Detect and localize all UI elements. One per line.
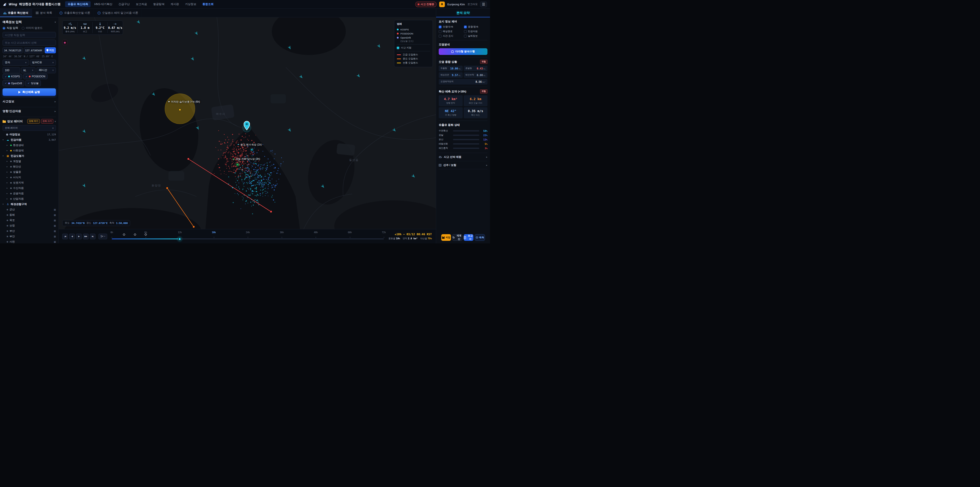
nav-item-2[interactable]: 긴급구난 [116,1,132,7]
fast-forward-button[interactable]: ▶▶ [83,234,89,239]
playback-speed-select[interactable]: 1×▾ [99,234,107,239]
duration-select[interactable]: 48시간▾ [37,67,56,73]
nav-item-7[interactable]: 통합조회 [200,1,216,7]
deployment-marker-2[interactable] [145,233,147,236]
nav-item-5[interactable]: 게시판 [168,1,181,7]
save-button[interactable]: 저장 [441,234,451,241]
particle-OpenDrift [259,184,260,184]
run-prediction-button[interactable]: 확산예측 실행 [3,88,56,96]
particle-OpenDrift [256,179,257,179]
recalc-button[interactable]: ↻재계산 [452,234,463,241]
layer-item-3-3[interactable]: 보령▦ [3,223,56,228]
model-chip-0[interactable]: ✓KOSPS [3,74,22,79]
section-incident-info[interactable]: 사고정보▸ [3,97,56,105]
summary-header-tab[interactable]: 분석 요약 [436,9,490,18]
particle-KOSPS [251,176,252,177]
layer-group-3[interactable]: ▾⚓해경관할구역 [3,201,56,207]
incident-pin[interactable] [243,121,251,132]
layer-item-2-2[interactable]: ▸생물종 [3,169,56,175]
display-check-5[interactable]: 날씨정보 [464,35,488,38]
layer-item-3-4[interactable]: 부산▦ [3,228,56,234]
map-measure-tool-button[interactable]: ◉ [62,40,67,45]
nav-item-4[interactable]: 항공탐색 [151,1,167,7]
report-button[interactable]: 보고서 [464,234,473,241]
layer-item-2-0[interactable]: ▸계절별 [3,158,56,164]
deployment-marker-0[interactable] [123,233,125,236]
tab-2[interactable]: i유출유확산모델 이론 [56,9,94,17]
radio-direct-input[interactable]: 직접 입력 [3,26,18,30]
layer-item-2-4[interactable]: ▸보호지역 [3,180,56,185]
oilfence-endpoint[interactable] [166,187,168,189]
skip-end-button[interactable]: ▶| [90,234,95,239]
oil-type-select[interactable]: 벙커C유▾ [30,59,56,65]
logout-link[interactable]: 로그아웃 [467,3,477,6]
predict-panel-header[interactable]: 예측정보 입력 ▾ [3,19,56,26]
layer-item-3-6[interactable]: 사천▦ [3,239,56,243]
polygon-analysis-button[interactable]: 다각형 분석수행 [439,48,487,55]
layer-item-2-7[interactable]: ▸산업자원 [3,196,56,201]
layer-item-3-1[interactable]: 동해▦ [3,212,56,217]
skip-start-button[interactable]: |◀ [62,234,68,239]
layers-all-on-button[interactable]: 전체 켜기 [27,119,40,124]
display-check-1[interactable]: ✓풍향/풍속 [464,25,488,29]
longitude-input[interactable] [24,47,44,53]
layer-item-3-0[interactable]: 군산▦ [3,207,56,212]
nav-item-6[interactable]: 기상정보 [183,1,199,7]
deployment-marker-1[interactable] [134,233,136,236]
particle-POSEIDON [232,139,233,140]
layer-group-0[interactable]: 어장정보17,129 [3,132,56,137]
layer-item-2-6[interactable]: ▸관광자원 [3,191,56,196]
incident-name-input[interactable] [3,32,56,38]
owner-insurance-section[interactable]: 선주 / 보험 ▸ [439,161,487,169]
display-check-2[interactable]: 예상경로 [439,30,463,33]
farm-point[interactable] [237,163,239,165]
layer-group-2[interactable]: ▾▦민감도평가 [3,153,56,158]
step-back-button[interactable]: ◀ [69,234,75,239]
section-sensitive-resources[interactable]: 영향 민감자원▸ [3,107,56,115]
layers-all-off-button[interactable]: 전체 끄기 [41,119,53,124]
model-chip-2[interactable]: ✓OpenDrift [3,80,24,86]
timeline-track[interactable]: 0h6h12h18h24h36h48h60h72h [112,229,384,243]
display-check-0[interactable]: ✓유향/유속 [439,25,463,29]
latitude-input[interactable] [3,47,23,53]
oilfence-endpoint[interactable] [270,211,272,213]
release-type-select[interactable]: 연속▾ [3,59,29,65]
spill-amount-input[interactable] [3,67,20,73]
layer-item-3-2[interactable]: 목포▦ [3,217,56,223]
layer-item-1-0[interactable]: ▸환경생태 [3,142,56,148]
layer-group-1[interactable]: ▾☁민감자원3,947 [3,137,56,142]
particle-KOSPS [265,182,266,183]
incident-list-input[interactable] [3,40,56,46]
menu-toggle-button[interactable]: ☰ [480,2,487,7]
tab-1[interactable]: 분석 목록 [32,9,56,17]
play-button[interactable]: ▶ [76,234,82,239]
model-chip-3[interactable]: ✓앙상블 [25,80,41,86]
layer-item-2-3[interactable]: ▸서식지 [3,175,56,180]
layer-item-3-5[interactable]: 부안▦ [3,234,56,239]
layer-item-2-5[interactable]: ▸수산자원 [3,185,56,191]
layer-item-2-1[interactable]: ▸해안선 [3,164,56,169]
display-check-4[interactable]: 시간 표시 [439,35,463,38]
tab-3[interactable]: i오일펜스 배치 알고리즘 이론 [94,9,142,17]
model-chip-1[interactable]: ✓POSEIDON [23,74,48,79]
particle-POSEIDON [242,147,243,147]
nav-item-0[interactable]: 유출유 확산예측 [65,1,91,7]
timeline-handle[interactable] [178,238,181,241]
tab-0[interactable]: 유출유 확산분석 [0,9,32,17]
layer-filter-select[interactable]: 전체 레이어▾ [3,125,56,131]
display-check-3[interactable]: 민감자원 [464,30,488,33]
beach-point[interactable] [251,149,253,151]
particle-OpenDrift [261,176,262,177]
radio-image-upload[interactable]: 이미지 업로드 [22,26,43,30]
unit-select[interactable]: kL▾ [21,67,35,73]
layer-item-1-1[interactable]: ▸사회경제 [3,148,56,153]
oilfence-endpoint[interactable] [192,226,195,228]
oilfence-endpoint[interactable] [187,158,189,160]
notifications-button[interactable] [439,2,445,7]
pick-on-map-button[interactable]: 지도 [45,47,56,53]
vessel-spec-section[interactable]: 사고 선박 제원 ▸ [439,153,487,161]
predict-button[interactable]: 예측 [475,234,485,241]
nav-item-1[interactable]: HNS·대기확산 [92,1,115,7]
nav-item-3[interactable]: 보고자료 [133,1,150,7]
map-canvas[interactable]: 9.2 m/s 풍속 (SW) 1.8 m 파고 9.2°C [59,18,436,229]
